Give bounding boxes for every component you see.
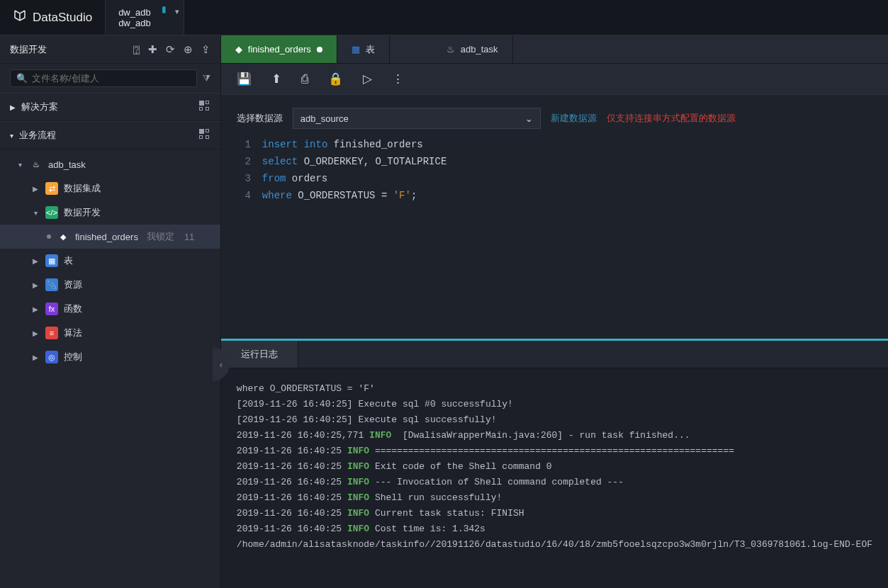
editor-toolbar: 💾 ⬆ ⎙ 🔒 ▷ ⋮	[221, 64, 888, 95]
log-output[interactable]: where O_ORDERSTATUS = 'F'[2019-11-26 16:…	[221, 368, 888, 588]
chevron-down-icon: ▾	[10, 132, 13, 140]
algorithm-icon: ≡	[45, 327, 58, 339]
tree-item-algo[interactable]: ▶ ≡ 算法	[0, 321, 220, 345]
log-tabstrip: 运行日志	[221, 339, 888, 368]
chevron-down-icon[interactable]: ▾	[175, 7, 179, 16]
tab-finished-orders[interactable]: ◆ finished_orders	[221, 35, 337, 63]
chevron-right-icon: ▶	[31, 354, 40, 361]
sidebar-header: 数据开发 ⍰ ✚ ⟳ ⊕ ⇪	[0, 35, 220, 64]
logo-icon	[13, 9, 27, 26]
log-tab-run[interactable]: 运行日志	[221, 341, 298, 368]
chevron-down-icon: ⌄	[525, 113, 533, 124]
tree-item-integration[interactable]: ▶ ⇄ 数据集成	[0, 176, 220, 200]
dot-icon	[47, 234, 51, 239]
user-add-icon[interactable]: ⍰	[133, 43, 140, 56]
resource-icon: 📎	[45, 278, 58, 291]
tab-table[interactable]: ▦ 表	[337, 35, 390, 63]
search-icon: 🔍	[16, 73, 28, 84]
datasource-label: 选择数据源	[237, 112, 283, 125]
publish-button[interactable]: ⎙	[301, 72, 308, 86]
submit-button[interactable]: ⬆	[271, 72, 281, 86]
editor-tabs: ◆ finished_orders ▦ 表 ♨ adb_task	[221, 35, 888, 64]
function-icon: fx	[45, 303, 58, 315]
new-file-icon[interactable]: ✚	[148, 43, 157, 56]
import-icon[interactable]: ⇪	[201, 43, 210, 56]
chevron-right-icon: ▶	[31, 305, 40, 313]
grid-icon[interactable]	[199, 101, 210, 114]
editor-area: ‹ ◆ finished_orders ▦ 表 ♨ adb_task 💾 ⬆ ⎙…	[221, 35, 888, 588]
grid-icon[interactable]	[199, 129, 210, 142]
integration-icon: ⇄	[45, 182, 58, 195]
sidebar-title: 数据开发	[10, 43, 47, 56]
tree-item-dev[interactable]: ▾ </> 数据开发	[0, 200, 220, 225]
section-flow[interactable]: ▾业务流程	[0, 121, 220, 149]
control-icon: ◎	[45, 351, 58, 363]
table-icon: ▦	[45, 254, 58, 267]
datasource-row: 选择数据源 adb_source ⌄ 新建数据源 仅支持连接串方式配置的数据源	[221, 95, 888, 133]
table-icon: ▦	[352, 44, 360, 55]
tree-item-function[interactable]: ▶ fx 函数	[0, 297, 220, 321]
refresh-icon[interactable]: ⟳	[166, 43, 175, 56]
section-solution[interactable]: ▶解决方案	[0, 93, 220, 121]
code-editor[interactable]: 1234 insert into finished_ordersselect O…	[221, 133, 888, 339]
tree-file-finished-orders[interactable]: ◆ finished_orders 我锁定 11	[0, 225, 220, 249]
app-logo: DataStudio	[0, 9, 105, 26]
chevron-right-icon: ▶	[31, 329, 40, 337]
code-body[interactable]: insert into finished_ordersselect O_ORDE…	[262, 136, 888, 339]
sidebar-tree: ▾ ♨ adb_task ▶ ⇄ 数据集成 ▾ </> 数据开发 ◆ finis…	[0, 149, 220, 372]
filter-icon[interactable]: ⧩	[203, 73, 210, 84]
node-icon: ◆	[57, 230, 69, 243]
chevron-right-icon: ▶	[31, 281, 40, 289]
flow-icon: ♨	[30, 158, 43, 171]
sidebar: 数据开发 ⍰ ✚ ⟳ ⊕ ⇪ 🔍 ⧩ ▶解决方案 ▾业务流程	[0, 35, 221, 588]
run-button[interactable]: ▷	[363, 72, 372, 86]
workspace-line1: dw_adb	[118, 7, 151, 18]
more-button[interactable]: ⋮	[392, 72, 404, 86]
new-datasource-link[interactable]: 新建数据源	[551, 112, 597, 125]
chevron-right-icon: ▶	[31, 185, 40, 193]
tree-task[interactable]: ▾ ♨ adb_task	[0, 152, 220, 176]
save-button[interactable]: 💾	[237, 72, 252, 86]
tree-item-table[interactable]: ▶ ▦ 表	[0, 249, 220, 273]
datasource-select[interactable]: adb_source ⌄	[293, 108, 541, 129]
dev-icon: </>	[45, 206, 58, 219]
workspace-line2: dw_adb	[118, 18, 151, 28]
chevron-down-icon: ▾	[31, 209, 40, 217]
chevron-right-icon: ▶	[10, 103, 16, 111]
topbar: DataStudio dw_adb dw_adb ▮ ▾	[0, 0, 888, 35]
datasource-warning: 仅支持连接串方式配置的数据源	[607, 112, 736, 125]
tree-item-resource[interactable]: ▶ 📎 资源	[0, 273, 220, 297]
app-title: DataStudio	[33, 11, 92, 25]
workspace-tab[interactable]: dw_adb dw_adb ▮ ▾	[105, 0, 184, 35]
locate-icon[interactable]: ⊕	[184, 43, 193, 56]
node-icon: ◆	[235, 44, 242, 55]
chevron-right-icon: ▶	[31, 257, 40, 265]
chevron-down-icon: ▾	[16, 161, 24, 169]
lock-button[interactable]: 🔒	[328, 72, 343, 86]
flow-icon: ♨	[446, 44, 455, 55]
line-gutter: 1234	[221, 136, 262, 339]
dirty-indicator	[317, 47, 322, 52]
search-input[interactable]	[32, 73, 191, 84]
bookmark-icon[interactable]: ▮	[162, 4, 167, 14]
tab-adb-task[interactable]: ♨ adb_task	[432, 35, 513, 63]
tree-item-control[interactable]: ▶ ◎ 控制	[0, 345, 220, 369]
sidebar-search: 🔍 ⧩	[0, 64, 220, 93]
